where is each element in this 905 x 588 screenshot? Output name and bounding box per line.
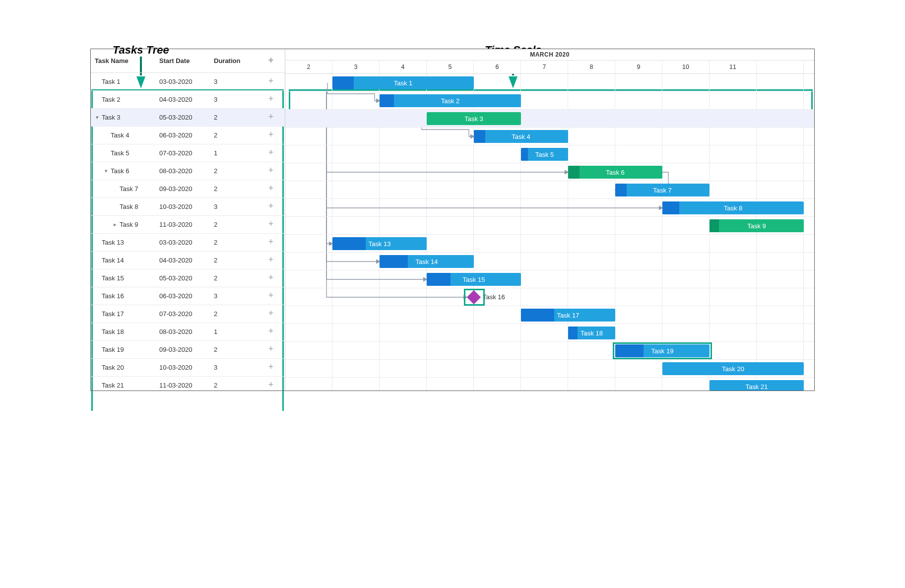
task-row[interactable]: Task 709-03-20202+ [91, 180, 285, 198]
task-bar[interactable]: Task 2 [380, 94, 521, 107]
task-name: Task 20 [102, 364, 124, 371]
chevron-down-icon[interactable]: ▾ [95, 114, 100, 121]
col-header-duration[interactable]: Duration [214, 57, 259, 65]
task-bar-label: Task 7 [653, 187, 672, 194]
add-subtask-button[interactable]: + [265, 380, 276, 391]
add-subtask-button[interactable]: + [265, 237, 276, 248]
add-subtask-button[interactable]: + [265, 327, 276, 337]
add-subtask-button[interactable]: + [265, 273, 276, 284]
task-row[interactable]: ▾Task 608-03-20202+ [91, 162, 285, 180]
add-subtask-button[interactable]: + [265, 255, 276, 266]
task-bar-label: Task 21 [746, 383, 768, 391]
task-row[interactable]: Task 103-03-20203+ [91, 73, 285, 91]
task-bar[interactable]: Task 4 [474, 130, 568, 143]
task-bar[interactable]: Task 20 [662, 362, 804, 375]
task-row[interactable]: Task 1808-03-20201+ [91, 323, 285, 341]
add-subtask-button[interactable]: + [265, 291, 276, 302]
chevron-down-icon[interactable]: ▾ [104, 168, 109, 174]
day-header-cell: 3 [332, 61, 380, 73]
chart-row: Task 4 [285, 128, 814, 145]
task-duration: 2 [214, 382, 259, 389]
chart-row: Task 6 [285, 163, 814, 181]
add-subtask-button[interactable]: + [265, 219, 276, 230]
task-duration: 2 [214, 167, 259, 175]
task-bar[interactable]: Task 21 [710, 380, 804, 391]
task-bar[interactable]: Task 14 [380, 255, 474, 268]
chart-row: Task 13 [285, 235, 814, 253]
progress-indicator [427, 273, 451, 286]
task-row[interactable]: Task 204-03-20203+ [91, 91, 285, 109]
task-row[interactable]: Task 1606-03-20203+ [91, 287, 285, 305]
task-bar[interactable]: Task 5 [521, 148, 568, 161]
day-header-cell: 2 [285, 61, 332, 73]
task-row[interactable]: Task 1303-03-20202+ [91, 234, 285, 252]
task-duration: 2 [214, 257, 259, 264]
task-bar[interactable]: Task 15 [427, 273, 521, 286]
add-subtask-button[interactable]: + [265, 344, 276, 355]
task-bar[interactable]: Task 13 [332, 237, 427, 250]
task-start-date: 09-03-2020 [159, 346, 214, 353]
task-start-date: 09-03-2020 [159, 185, 214, 193]
task-name: Task 8 [120, 203, 138, 210]
task-start-date: 05-03-2020 [159, 114, 214, 121]
task-row[interactable]: Task 507-03-20201+ [91, 144, 285, 162]
task-name: Task 4 [111, 131, 129, 139]
task-bar[interactable]: Task 18 [568, 327, 615, 339]
chart-row: Task 9 [285, 217, 814, 235]
task-row[interactable]: Task 1404-03-20202+ [91, 252, 285, 269]
task-bar-label: Task 8 [724, 204, 743, 212]
task-row[interactable]: Task 1505-03-20202+ [91, 269, 285, 287]
progress-indicator [380, 94, 394, 107]
task-start-date: 11-03-2020 [159, 382, 214, 389]
add-subtask-button[interactable]: + [265, 94, 276, 105]
add-subtask-button[interactable]: + [265, 166, 276, 177]
col-header-name[interactable]: Task Name [95, 57, 159, 65]
add-subtask-button[interactable]: + [265, 112, 276, 123]
task-row[interactable]: Task 810-03-20203+ [91, 198, 285, 216]
chart-row: Task 14 [285, 253, 814, 270]
task-bar[interactable]: Task 7 [615, 184, 710, 196]
task-row[interactable]: Task 2010-03-20203+ [91, 359, 285, 377]
add-subtask-button[interactable]: + [265, 130, 276, 141]
col-header-start[interactable]: Start Date [159, 57, 214, 65]
task-bar[interactable]: Task 17 [521, 309, 615, 322]
milestone-label: Task 16 [483, 293, 505, 301]
chart-row: Task 8 [285, 199, 814, 217]
task-bar[interactable]: Task 9 [710, 219, 804, 232]
task-bar-label: Task 18 [581, 329, 603, 337]
task-bar[interactable]: Task 1 [332, 76, 474, 89]
task-row[interactable]: Task 1707-03-20202+ [91, 305, 285, 323]
task-duration: 2 [214, 346, 259, 353]
progress-indicator [662, 201, 679, 214]
task-row[interactable]: Task 406-03-20202+ [91, 127, 285, 144]
task-bar[interactable]: Task 3 [427, 112, 521, 125]
day-header-cell: 7 [521, 61, 568, 73]
add-task-header-button[interactable]: + [265, 56, 276, 66]
add-subtask-button[interactable]: + [265, 184, 276, 195]
task-start-date: 04-03-2020 [159, 96, 214, 103]
chart-row: Task 21 [285, 378, 814, 391]
task-row[interactable]: Task 2111-03-20202+ [91, 377, 285, 391]
task-duration: 2 [214, 310, 259, 318]
add-subtask-button[interactable]: + [265, 201, 276, 212]
task-start-date: 11-03-2020 [159, 221, 214, 228]
task-row[interactable]: ▸Task 911-03-20202+ [91, 216, 285, 234]
add-subtask-button[interactable]: + [265, 309, 276, 320]
task-tree-header: Task Name Start Date Duration + [91, 49, 285, 73]
chart-row: Task 2 [285, 92, 814, 110]
chart-row: Task 20 [285, 360, 814, 378]
chevron-right-icon[interactable]: ▸ [113, 221, 118, 228]
task-bar[interactable]: Task 6 [568, 166, 662, 179]
add-subtask-button[interactable]: + [265, 362, 276, 373]
task-bar-label: Task 1 [394, 79, 413, 87]
progress-indicator [710, 219, 719, 232]
task-start-date: 06-03-2020 [159, 131, 214, 139]
task-bar[interactable]: Task 8 [662, 201, 804, 214]
task-start-date: 03-03-2020 [159, 239, 214, 246]
task-bar-label: Task 3 [464, 115, 483, 123]
add-subtask-button[interactable]: + [265, 148, 276, 159]
timeline[interactable]: MARCH 2020 234567891011 Task 1Task 2Task… [285, 49, 814, 391]
task-row[interactable]: ▾Task 305-03-20202+ [91, 109, 285, 127]
add-subtask-button[interactable]: + [265, 76, 276, 87]
task-row[interactable]: Task 1909-03-20202+ [91, 341, 285, 359]
